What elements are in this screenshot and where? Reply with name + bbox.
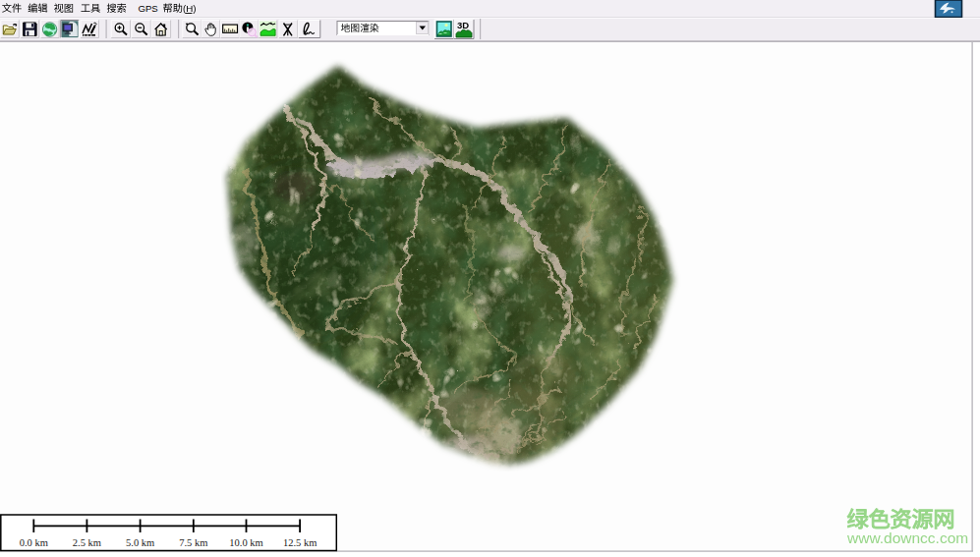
svg-text:10.0 km: 10.0 km	[229, 537, 262, 548]
svg-text:3D: 3D	[457, 20, 469, 30]
svg-text:0.0 km: 0.0 km	[20, 537, 48, 548]
svg-text:GPS: GPS	[139, 3, 158, 14]
svg-text:2.5 km: 2.5 km	[73, 537, 101, 548]
svg-text:12.5 km: 12.5 km	[283, 537, 317, 548]
svg-text:5.0 km: 5.0 km	[126, 537, 154, 548]
svg-text:(H): (H)	[183, 3, 197, 14]
svg-text:www.downcc.com: www.downcc.com	[846, 529, 968, 546]
svg-text:7.5 km: 7.5 km	[179, 537, 207, 548]
